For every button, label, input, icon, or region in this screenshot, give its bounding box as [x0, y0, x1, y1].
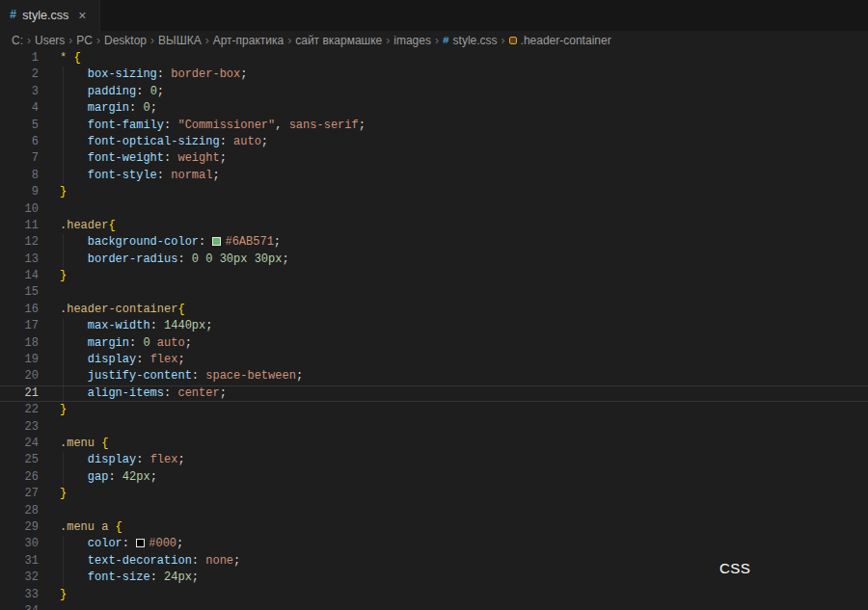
line-number[interactable]: 15: [0, 284, 39, 301]
code-line[interactable]: 15: [0, 284, 868, 301]
token-br: }: [60, 269, 67, 282]
breadcrumb-item[interactable]: images: [393, 34, 431, 47]
breadcrumb-item[interactable]: PC: [76, 34, 93, 47]
line-number[interactable]: 8: [0, 168, 39, 184]
code-line[interactable]: 14}: [0, 268, 868, 284]
line-number[interactable]: 19: [0, 352, 39, 368]
code-editor[interactable]: 1* {2 box-sizing: border-box;3 padding: …: [0, 50, 868, 610]
token-num: 0: [143, 336, 149, 350]
code-line[interactable]: 17 max-width: 1440px;: [0, 318, 868, 334]
code-line[interactable]: 33}: [0, 587, 868, 603]
color-swatch[interactable]: [212, 237, 221, 246]
code-line[interactable]: 7 font-weight: weight;: [0, 150, 868, 167]
tab-style-css[interactable]: # style.css ×: [0, 0, 100, 31]
line-number[interactable]: 26: [0, 469, 39, 486]
code-line[interactable]: 19 display: flex;: [0, 352, 868, 368]
code-line[interactable]: 22}: [0, 402, 868, 418]
code-line[interactable]: 21 align-items: center;: [0, 385, 868, 402]
code-line[interactable]: 10: [0, 201, 868, 218]
code-line[interactable]: 27}: [0, 486, 868, 502]
line-number[interactable]: 22: [0, 402, 39, 418]
line-number[interactable]: 13: [0, 252, 39, 268]
line-number[interactable]: 31: [0, 553, 39, 570]
code-line[interactable]: 28: [0, 503, 868, 519]
code-line[interactable]: 1* {: [0, 50, 868, 66]
token-num: 1440px: [164, 319, 205, 332]
code-line[interactable]: 6 font-optical-sizing: auto;: [0, 134, 868, 150]
line-number[interactable]: 32: [0, 570, 39, 586]
token-ws: [60, 336, 88, 350]
code-line[interactable]: 25 display: flex;: [0, 452, 868, 468]
line-number[interactable]: 12: [0, 234, 39, 251]
breadcrumb-item[interactable]: Users: [35, 34, 65, 47]
line-number[interactable]: 2: [0, 66, 39, 83]
code-line[interactable]: 24.menu {: [0, 436, 868, 452]
code-line[interactable]: 34: [0, 603, 868, 610]
code-content: }: [60, 402, 868, 418]
line-number[interactable]: 17: [0, 318, 39, 334]
breadcrumb-item[interactable]: Арт-практика: [213, 34, 285, 47]
code-line[interactable]: 26 gap: 42px;: [0, 469, 868, 486]
breadcrumb-item[interactable]: Desktop: [104, 34, 147, 47]
code-line[interactable]: 11.header{: [0, 218, 868, 234]
line-number[interactable]: 10: [0, 201, 39, 218]
code-line[interactable]: 13 border-radius: 0 0 30px 30px;: [0, 252, 868, 268]
code-content: display: flex;: [60, 452, 868, 468]
token-pun: ;: [220, 151, 227, 165]
line-number[interactable]: 6: [0, 134, 39, 150]
line-number[interactable]: 21: [0, 385, 39, 402]
line-number[interactable]: 27: [0, 486, 39, 502]
token-ws: [60, 319, 88, 332]
breadcrumb-label: style.css: [453, 34, 498, 47]
line-number[interactable]: 4: [0, 100, 39, 117]
token-num: 0: [150, 85, 157, 98]
line-number[interactable]: 28: [0, 503, 39, 519]
breadcrumb-item[interactable]: C:: [12, 34, 23, 47]
line-number[interactable]: 29: [0, 519, 39, 536]
line-number[interactable]: 30: [0, 536, 39, 552]
line-number[interactable]: 24: [0, 436, 39, 452]
code-content: .menu a {: [60, 519, 868, 536]
breadcrumb-item[interactable]: сайт вкармашке: [295, 34, 382, 47]
close-icon[interactable]: ×: [78, 9, 86, 22]
line-number[interactable]: 20: [0, 368, 39, 385]
line-number[interactable]: 1: [0, 50, 39, 66]
line-number[interactable]: 3: [0, 84, 39, 100]
breadcrumb-item[interactable]: .header-container: [509, 34, 611, 47]
token-sel: .header: [60, 219, 108, 232]
token-br: }: [60, 588, 67, 601]
code-line[interactable]: 16.header-container{: [0, 302, 868, 318]
code-line[interactable]: 29.menu a {: [0, 519, 868, 536]
token-br: {: [116, 520, 122, 534]
code-line[interactable]: 3 padding: 0;: [0, 84, 868, 100]
code-line[interactable]: 2 box-sizing: border-box;: [0, 66, 868, 83]
token-ws: [60, 386, 88, 400]
line-number[interactable]: 18: [0, 335, 39, 352]
line-number[interactable]: 14: [0, 268, 39, 284]
token-ws: [60, 151, 88, 165]
code-line[interactable]: 12 background-color: #6AB571;: [0, 234, 868, 251]
line-number[interactable]: 16: [0, 302, 39, 318]
line-number[interactable]: 7: [0, 150, 39, 167]
code-content: box-sizing: border-box;: [60, 66, 868, 83]
token-ws: [60, 570, 88, 584]
line-number[interactable]: 5: [0, 118, 39, 134]
line-number[interactable]: 11: [0, 218, 39, 234]
token-pun: :: [150, 319, 164, 332]
code-line[interactable]: 23: [0, 419, 868, 436]
line-number[interactable]: 33: [0, 587, 39, 603]
breadcrumb-item[interactable]: #style.css: [443, 34, 498, 47]
code-line[interactable]: 8 font-style: normal;: [0, 168, 868, 184]
code-line[interactable]: 5 font-family: "Commissioner", sans-seri…: [0, 118, 868, 134]
code-line[interactable]: 20 justify-content: space-between;: [0, 368, 868, 385]
line-number[interactable]: 34: [0, 603, 39, 610]
line-number[interactable]: 25: [0, 452, 39, 468]
code-line[interactable]: 4 margin: 0;: [0, 100, 868, 117]
code-line[interactable]: 30 color: #000;: [0, 536, 868, 552]
breadcrumb-item[interactable]: ВЫШКА: [158, 34, 202, 47]
line-number[interactable]: 9: [0, 184, 39, 200]
code-line[interactable]: 9}: [0, 184, 868, 200]
color-swatch[interactable]: [136, 539, 145, 547]
line-number[interactable]: 23: [0, 419, 39, 436]
code-line[interactable]: 18 margin: 0 auto;: [0, 335, 868, 352]
